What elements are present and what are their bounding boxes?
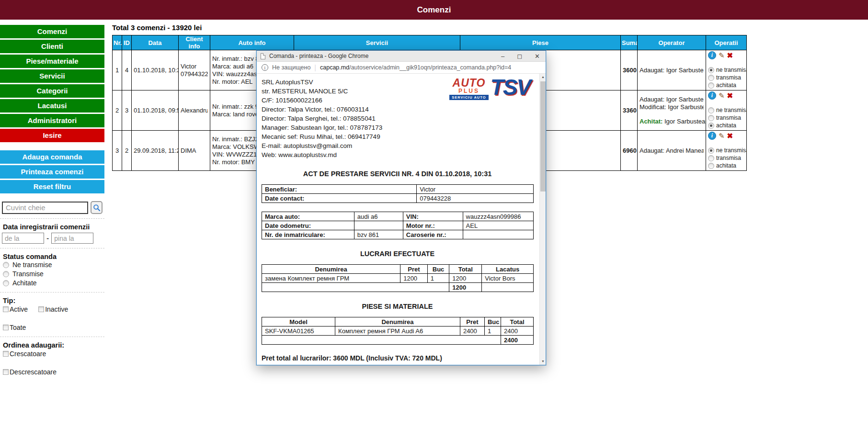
row-status-option-ne-transmisa[interactable]: ne transmisa <box>708 106 744 114</box>
status-option-label: Ne transmise <box>12 261 52 269</box>
status-option-label: Transmise <box>12 270 44 278</box>
row-status-option-transmisa[interactable]: transmisa <box>708 74 744 81</box>
column-header-suma: Suma <box>621 35 638 50</box>
sidebar-item-comenzi[interactable]: Comenzi <box>0 25 104 38</box>
doc-cell: замена Комплект ремня ГРМ <box>262 274 400 283</box>
tip-option-inactive[interactable]: Inactive <box>38 305 68 313</box>
sidebar-item-iesire[interactable]: Iesire <box>0 129 104 142</box>
cell-operatii: i✎✖ne transmisatransmisaachitata <box>706 131 747 171</box>
radio-icon[interactable] <box>708 107 714 113</box>
url-path: /autoservice/admin__gik91oqn/printeaza_c… <box>349 64 511 71</box>
doc-column-model: Model <box>262 317 335 326</box>
company-line: Director: Talpa Serghei, tel.: 078855041 <box>262 114 533 123</box>
minimize-button[interactable]: – <box>501 53 504 59</box>
info-icon[interactable]: i <box>708 132 716 140</box>
radio-icon[interactable] <box>708 115 714 121</box>
action-button-adauga-comanda[interactable]: Adauga comanda <box>0 150 104 164</box>
radio-icon[interactable] <box>708 75 714 81</box>
sidebar-item-categorii[interactable]: Categorii <box>0 84 104 98</box>
delete-icon[interactable]: ✖ <box>727 92 733 99</box>
edit-icon[interactable]: ✎ <box>719 132 725 139</box>
edit-icon[interactable]: ✎ <box>719 92 725 99</box>
row-status-option-achitata[interactable]: achitata <box>708 122 744 129</box>
doc-column-total: Total <box>501 317 533 326</box>
doc-cell: 2400 <box>501 326 533 336</box>
maximize-button[interactable]: ◻ <box>517 53 522 59</box>
checkbox-icon[interactable] <box>3 306 9 312</box>
client-line: DIMA <box>181 147 208 155</box>
scrollbar-thumb[interactable] <box>540 81 546 191</box>
beneficiar-value: 079443228 <box>417 194 534 203</box>
radio-icon[interactable] <box>708 123 714 129</box>
radio-icon[interactable] <box>708 147 714 154</box>
operator-line: Adaugat: Igor Sarbustean <box>640 67 704 74</box>
client-line: Victor <box>181 63 208 70</box>
vehicle-value: audi a6 <box>354 212 403 221</box>
sidebar-item-administratori[interactable]: Administratori <box>0 114 104 127</box>
checkbox-icon[interactable] <box>38 306 44 312</box>
radio-icon[interactable] <box>708 155 714 161</box>
checkbox-icon[interactable] <box>3 351 9 357</box>
radio-icon[interactable] <box>708 163 714 169</box>
url-separator: | <box>314 64 316 71</box>
print-popup-window: Comanda - printeaza - Google Chrome – ◻ … <box>256 50 546 365</box>
edit-icon[interactable]: ✎ <box>719 52 725 59</box>
divider <box>0 292 104 293</box>
close-button[interactable]: ✕ <box>535 53 540 59</box>
radio-icon[interactable] <box>708 82 714 89</box>
delete-icon[interactable]: ✖ <box>727 52 733 59</box>
status-option-transmise[interactable]: Transmise <box>0 270 104 279</box>
search-input[interactable] <box>2 202 88 214</box>
info-icon[interactable]: i <box>708 51 716 59</box>
info-icon[interactable]: i <box>708 91 716 100</box>
cell-operatii: i✎✖ne transmisatransmisaachitata <box>706 50 747 90</box>
row-status-option-achitata[interactable]: achitata <box>708 162 744 169</box>
sidebar-item-servicii[interactable]: Servicii <box>0 69 104 83</box>
radio-icon[interactable] <box>3 280 9 286</box>
doc-cell: Комплект ремня ГРМ Audi A6 <box>335 326 460 336</box>
row-status-option-ne-transmisa[interactable]: ne transmisa <box>708 146 744 154</box>
column-header-piese: Piese <box>460 35 621 50</box>
cell-nr: 2 <box>113 90 122 131</box>
achitat-label: Achitat: <box>640 118 662 125</box>
tip-option-toate[interactable]: Toate <box>3 324 26 331</box>
row-status-option-achitata[interactable]: achitata <box>708 81 744 89</box>
action-button-printeaza-comenzi[interactable]: Printeaza comenzi <box>0 165 104 179</box>
cell-id: 2 <box>122 131 132 171</box>
status-option-achitate[interactable]: Achitate <box>0 279 104 288</box>
search-button[interactable] <box>91 201 103 214</box>
scroll-down-icon[interactable]: ▼ <box>540 358 546 365</box>
radio-icon[interactable] <box>3 271 9 277</box>
popup-titlebar[interactable]: Comanda - printeaza - Google Chrome – ◻ … <box>257 51 546 62</box>
info-icon[interactable]: i <box>262 64 268 71</box>
status-filter-options: Ne transmiseTransmiseAchitate <box>0 260 104 288</box>
row-status-option-ne-transmisa[interactable]: ne transmisa <box>708 66 744 74</box>
tip-option-active[interactable]: Active <box>3 305 28 313</box>
order-option-crescatoare[interactable]: Crescatoare <box>3 350 46 358</box>
doc-data-row: замена Комплект ремня ГРМ120011200Victor… <box>262 274 534 283</box>
date-from-field[interactable] <box>2 233 44 244</box>
delete-icon[interactable]: ✖ <box>727 132 733 139</box>
date-to-field[interactable] <box>51 233 93 244</box>
print-document: SRL AutoplusTSVstr. MESTERUL MANOLE 5/CC… <box>257 74 546 365</box>
sidebar-item-clienti[interactable]: Clienti <box>0 40 104 53</box>
row-status-option-transmisa[interactable]: transmisa <box>708 154 744 162</box>
action-button-reset-filtru[interactable]: Reset filtru <box>0 180 104 193</box>
tip-filter-options: ActiveInactiveToate <box>0 304 104 332</box>
sidebar-item-piese-materiale[interactable]: Piese/materiale <box>0 55 104 68</box>
radio-icon[interactable] <box>708 67 714 73</box>
radio-icon[interactable] <box>3 262 9 268</box>
scroll-up-icon[interactable]: ▲ <box>540 74 546 80</box>
row-status-label: ne transmisa <box>716 66 747 74</box>
operator-line: Adaugat: Andrei Manea <box>640 147 704 155</box>
order-option-descrescatoare[interactable]: Descrescatoare <box>3 368 57 376</box>
status-option-ne-transmise[interactable]: Ne transmise <box>0 260 104 270</box>
popup-title: Comanda - printeaza - Google Chrome <box>269 53 501 59</box>
checkbox-icon[interactable] <box>3 325 9 330</box>
row-status-option-transmisa[interactable]: transmisa <box>708 114 744 122</box>
scrollbar[interactable]: ▲ ▼ <box>539 74 546 365</box>
url-text[interactable]: capcap.md/autoservice/admin__gik91oqn/pr… <box>320 64 511 71</box>
checkbox-icon[interactable] <box>3 369 9 375</box>
sidebar-item-lacatusi[interactable]: Lacatusi <box>0 99 104 113</box>
client-line: 079443228 <box>181 70 208 78</box>
